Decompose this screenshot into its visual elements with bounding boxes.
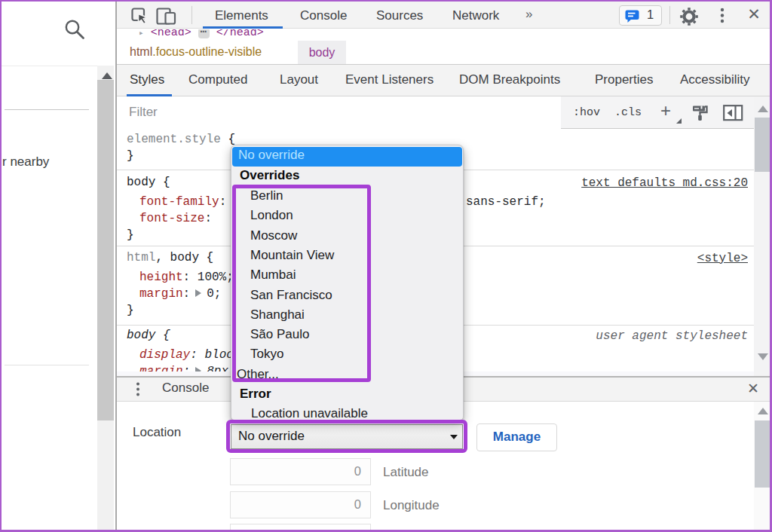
option-sao-paulo[interactable]: São Paulo bbox=[231, 325, 464, 344]
option-other[interactable]: Other... bbox=[231, 365, 464, 384]
issues-message-icon bbox=[625, 10, 640, 23]
tab-event-listeners[interactable]: Event Listeners bbox=[345, 72, 433, 87]
rule-body-close: } bbox=[127, 228, 134, 242]
toolbar-divider-2 bbox=[669, 6, 670, 24]
tab-console[interactable]: Console bbox=[300, 8, 347, 23]
tab-properties[interactable]: Properties bbox=[595, 72, 653, 87]
latitude-input[interactable]: 0 bbox=[230, 458, 371, 485]
close-devtools-icon[interactable]: ✕ bbox=[744, 5, 764, 23]
breadcrumb-html[interactable]: html.focus-outline-visible bbox=[130, 45, 262, 59]
tab-sources[interactable]: Sources bbox=[376, 8, 423, 23]
annotation-ring-select bbox=[226, 420, 467, 453]
timezone-input-partial[interactable] bbox=[230, 524, 371, 532]
breadcrumb-html-tag[interactable]: html bbox=[130, 45, 152, 58]
breadcrumb-body[interactable]: body bbox=[298, 41, 346, 64]
head-open-tag[interactable]: <head> bbox=[151, 29, 191, 39]
collapsed-ellipsis[interactable]: ⋯ bbox=[198, 29, 210, 38]
stylesheet-link[interactable]: text_defaults_md.css:20 bbox=[581, 176, 748, 190]
filter-placeholder: Filter bbox=[129, 105, 158, 120]
prop-margin[interactable]: margin:0; bbox=[139, 287, 221, 301]
tab-elements[interactable]: Elements bbox=[215, 8, 268, 23]
optgroup-overrides: Overrides bbox=[231, 166, 464, 185]
tab-dom-breakpoints[interactable]: DOM Breakpoints bbox=[459, 72, 560, 87]
toggle-hover-state-button[interactable]: :hov bbox=[573, 106, 600, 119]
new-style-rule-button[interactable]: + bbox=[660, 100, 671, 121]
sensors-scrollbar-thumb[interactable] bbox=[755, 420, 770, 488]
toggle-class-button[interactable]: .cls bbox=[614, 106, 642, 119]
option-shanghai[interactable]: Shanghai bbox=[231, 305, 464, 325]
option-mountain-view[interactable]: Mountain View bbox=[231, 246, 464, 265]
page-scrollbar-thumb[interactable] bbox=[97, 80, 114, 420]
tab-accessibility[interactable]: Accessibility bbox=[680, 72, 750, 87]
drawer-console-tab[interactable]: Console bbox=[162, 381, 209, 396]
head-close-tag[interactable]: </head> bbox=[216, 29, 264, 39]
dom-tree-sliver: ▸ <head> ⋯ </head> bbox=[117, 29, 770, 41]
option-london[interactable]: London bbox=[231, 206, 464, 225]
inspect-element-icon[interactable] bbox=[131, 8, 148, 25]
page-content-divider bbox=[5, 109, 89, 110]
styles-filter-input[interactable] bbox=[117, 96, 561, 129]
rule-body-selector[interactable]: body { bbox=[127, 176, 170, 189]
prop-height[interactable]: height: 100%; bbox=[139, 271, 234, 284]
tab-computed[interactable]: Computed bbox=[188, 72, 247, 87]
optgroup-error: Error bbox=[231, 384, 464, 404]
rule-element-style-close: } bbox=[127, 149, 134, 163]
prop-font-family-tail[interactable]: sans-serif; bbox=[466, 195, 546, 209]
tab-layout[interactable]: Layout bbox=[280, 72, 318, 87]
new-rule-corner-triangle bbox=[676, 118, 682, 124]
location-label: Location bbox=[133, 425, 181, 440]
tab-styles[interactable]: Styles bbox=[130, 72, 164, 87]
styles-scrollbar-down-arrow[interactable] bbox=[758, 353, 768, 360]
option-no-override-label: No override bbox=[238, 148, 305, 163]
latitude-label: Latitude bbox=[383, 465, 429, 480]
kebab-menu-icon[interactable] bbox=[718, 7, 727, 25]
styles-scrollbar-up-arrow[interactable] bbox=[758, 105, 768, 112]
rule-html-body-selector[interactable]: html, body { bbox=[127, 251, 213, 264]
manage-button[interactable]: Manage bbox=[476, 423, 557, 451]
toggle-sidebar-icon[interactable] bbox=[723, 105, 743, 121]
option-no-override-selected[interactable]: No override bbox=[232, 147, 462, 167]
option-san-francisco[interactable]: San Francisco bbox=[231, 286, 464, 305]
option-berlin[interactable]: Berlin bbox=[231, 186, 464, 206]
longitude-input[interactable]: 0 bbox=[230, 491, 371, 518]
breadcrumb-html-classes[interactable]: .focus-outline-visible bbox=[152, 45, 262, 58]
paint-format-icon[interactable] bbox=[691, 104, 709, 121]
page-header-divider bbox=[2, 66, 98, 66]
page-content-divider-2 bbox=[5, 365, 89, 365]
option-mumbai[interactable]: Mumbai bbox=[231, 265, 464, 285]
page-text-snippet: r nearby bbox=[2, 154, 100, 170]
option-tokyo[interactable]: Tokyo bbox=[231, 344, 464, 364]
expand-shorthand-icon[interactable] bbox=[195, 289, 201, 297]
sensors-scrollbar-up-arrow[interactable] bbox=[758, 408, 768, 414]
issues-count: 1 bbox=[647, 8, 654, 22]
devtools-screenshot: r nearby Elements Console Sources Networ… bbox=[0, 0, 772, 532]
dom-head-row[interactable]: ▸ <head> ⋯ </head> bbox=[139, 29, 264, 39]
settings-gear-icon[interactable] bbox=[679, 7, 699, 26]
rule-html-body-close: } bbox=[127, 304, 134, 317]
drawer-menu-icon[interactable] bbox=[134, 381, 142, 398]
search-icon[interactable] bbox=[63, 18, 87, 42]
rule-element-style-selector[interactable]: element.style { bbox=[127, 133, 235, 146]
toolbar-divider bbox=[191, 6, 192, 24]
longitude-label: Longitude bbox=[383, 498, 440, 513]
style-tag-link[interactable]: <style> bbox=[697, 252, 748, 265]
elements-tab-underline bbox=[203, 26, 283, 29]
expand-arrow-icon[interactable]: ▸ bbox=[139, 29, 144, 38]
more-tabs-chevron[interactable]: » bbox=[525, 7, 531, 22]
page-scrollbar-up-arrow[interactable] bbox=[102, 72, 112, 79]
toggle-device-toolbar-icon[interactable] bbox=[156, 7, 176, 26]
tab-network[interactable]: Network bbox=[452, 8, 499, 23]
rule-ua-body-selector[interactable]: body { bbox=[127, 329, 170, 342]
user-agent-stylesheet-label: user agent stylesheet bbox=[596, 329, 748, 343]
close-drawer-icon[interactable]: ✕ bbox=[743, 380, 763, 397]
option-moscow[interactable]: Moscow bbox=[231, 226, 464, 246]
styles-scrollbar-thumb[interactable] bbox=[755, 118, 770, 172]
